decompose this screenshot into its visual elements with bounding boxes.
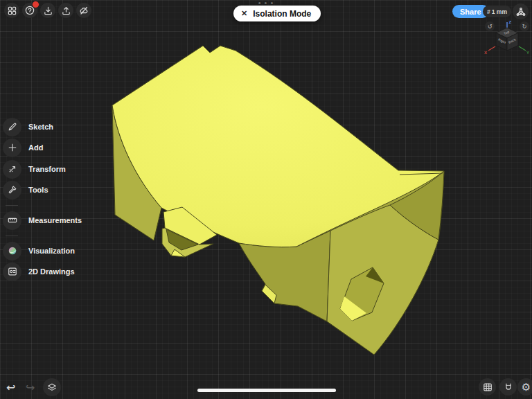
sidebar-item-2d-drawings[interactable]: 2D Drawings — [3, 262, 75, 281]
isolation-mode-label: Isolation Mode — [253, 9, 311, 19]
plus-icon — [3, 139, 21, 157]
sidebar-item-label: Visualization — [28, 247, 75, 255]
svg-text:↺: ↺ — [488, 24, 493, 30]
cloud-offline-icon — [79, 6, 89, 15]
rotate-right-button[interactable]: ↻ — [520, 21, 529, 31]
sketch-pen-icon — [3, 118, 21, 136]
z-axis-label: Z — [509, 20, 512, 24]
model-3d-viewport[interactable] — [0, 0, 532, 399]
sidebar-item-measurements[interactable]: Measurements — [3, 211, 82, 230]
apps-grid-icon — [8, 6, 17, 15]
sidebar-item-label: Tools — [28, 186, 48, 194]
export-icon — [62, 6, 71, 15]
hammer-icon — [3, 181, 21, 200]
grid-units-button[interactable]: # 1 mm — [483, 6, 511, 17]
y-axis — [519, 46, 526, 51]
sidebar-item-label: Transform — [28, 165, 66, 173]
sidebar-item-label: Measurements — [28, 216, 82, 224]
isolation-mode-pill[interactable]: ✕ Isolation Mode — [233, 6, 321, 21]
rotate-left-button[interactable]: ↺ — [485, 21, 495, 31]
sidebar-item-transform[interactable]: Transform — [3, 159, 66, 179]
magnet-icon — [504, 382, 513, 392]
grid-hash-icon: # — [487, 8, 490, 15]
gear-icon: ⚙ — [522, 381, 531, 393]
sidebar-item-visualization[interactable]: Visualization — [3, 241, 75, 260]
transform-arrows-icon — [3, 160, 21, 179]
ruler-icon — [3, 211, 21, 230]
settings-button[interactable]: ⚙ — [517, 378, 532, 396]
units-value: 1 mm — [492, 8, 507, 15]
undo-button[interactable]: ↩ — [6, 381, 15, 394]
close-icon[interactable]: ✕ — [241, 9, 247, 18]
sidebar-item-label: 2D Drawings — [28, 267, 75, 276]
sidebar-item-tools[interactable]: Tools — [3, 180, 48, 200]
import-icon — [44, 6, 53, 15]
grid-toggle-button[interactable] — [479, 378, 496, 396]
orientation-cube-widget[interactable]: ↺ ↻ Z Top Right Back X Y — [482, 19, 532, 59]
material-sphere-icon — [3, 242, 21, 260]
model-saddle-clamp[interactable] — [112, 46, 444, 355]
svg-text:↻: ↻ — [522, 24, 527, 30]
redo-button[interactable]: ↪ — [26, 381, 35, 394]
sidebar-item-add[interactable]: Add — [3, 138, 43, 157]
ar-object-icon — [516, 7, 526, 17]
x-axis-label: X — [484, 51, 487, 55]
sidebar-item-sketch[interactable]: Sketch — [3, 117, 53, 136]
home-indicator[interactable] — [197, 389, 336, 392]
layers-icon — [47, 382, 57, 392]
sidebar-item-label: Add — [28, 143, 43, 152]
grid-plane-icon — [483, 382, 493, 392]
ar-view-button[interactable] — [513, 3, 529, 19]
snap-button[interactable] — [499, 378, 517, 396]
y-axis-label: Y — [526, 51, 529, 55]
drawing-sheet-icon — [3, 263, 21, 281]
sidebar-divider — [6, 236, 18, 236]
x-axis — [488, 46, 495, 51]
layers-button[interactable] — [43, 378, 61, 396]
sidebar-divider — [6, 205, 18, 206]
sidebar-item-label: Sketch — [28, 123, 53, 131]
